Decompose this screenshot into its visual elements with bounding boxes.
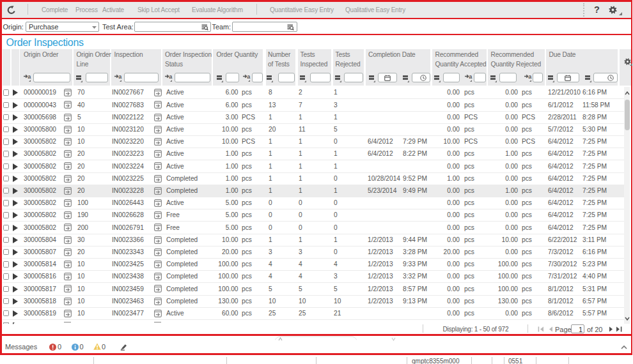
svg-text:a: a	[469, 74, 473, 80]
svg-text:a: a	[27, 74, 31, 80]
svg-text:a: a	[118, 74, 122, 80]
svg-text:a: a	[528, 74, 532, 80]
svg-text:a: a	[247, 74, 251, 80]
svg-text:a: a	[169, 74, 173, 80]
